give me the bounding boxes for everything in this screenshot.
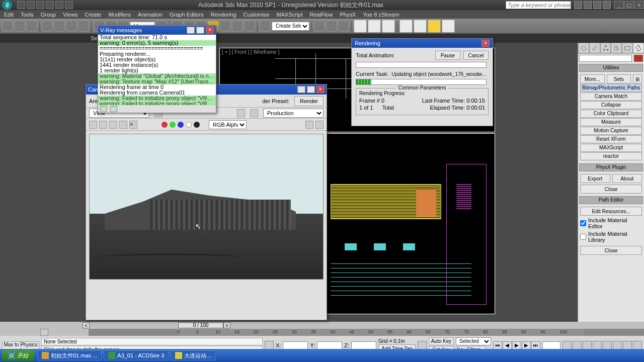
about-button[interactable]: About [612, 174, 642, 183]
layers-icon[interactable] [338, 21, 349, 32]
align-icon[interactable] [326, 21, 337, 32]
next-key-icon[interactable]: ▶ [522, 341, 531, 349]
menu-modifiers[interactable]: Modifiers [108, 12, 131, 18]
current-frame-input[interactable] [542, 341, 560, 349]
play-icon[interactable]: ▶ [512, 341, 521, 349]
percent-snap-icon[interactable] [232, 21, 243, 32]
mono-channel-toggle[interactable] [194, 122, 200, 128]
rendering-titlebar[interactable]: Rendering × [352, 39, 493, 48]
menu-physx[interactable]: PhysX [340, 12, 356, 18]
named-sel-icon[interactable] [260, 21, 271, 32]
rendered-frame-icon[interactable] [414, 20, 427, 33]
close-button[interactable]: × [634, 1, 644, 9]
include-material-editor-check[interactable]: Include Material Editor [580, 217, 642, 229]
help-icon[interactable] [603, 1, 611, 9]
taskbar-item[interactable]: A3_01 - ACDSee 3 [104, 350, 169, 360]
physx-rollout-header[interactable]: PhysX Plugin [579, 163, 643, 171]
trackbar-config-icon[interactable] [40, 329, 48, 336]
qat-redo-icon[interactable] [55, 1, 63, 9]
time-slider[interactable]: 0 / 100 [178, 322, 223, 328]
render-setup-icon[interactable] [399, 20, 413, 33]
minimize-button[interactable]: _ [614, 1, 624, 9]
mirror-icon[interactable] [314, 21, 325, 32]
window-crossing-icon[interactable] [78, 21, 89, 32]
red-channel-toggle[interactable] [162, 122, 168, 128]
modify-tab[interactable] [589, 43, 600, 53]
bind-icon[interactable] [26, 21, 37, 32]
display-tab[interactable] [622, 43, 633, 53]
preset-icon[interactable] [250, 109, 258, 117]
print-image-icon[interactable] [119, 121, 127, 129]
rendering-close-button[interactable]: × [481, 40, 490, 47]
rf-max-button[interactable]: ▢ [307, 86, 315, 93]
search-icon[interactable] [574, 1, 582, 9]
schematic-view-icon[interactable] [368, 20, 381, 33]
prev-frame-icon[interactable]: < [83, 322, 90, 328]
favorites-icon[interactable] [593, 1, 601, 9]
toggle-ui-icon[interactable] [305, 121, 313, 129]
qat-new-icon[interactable] [17, 1, 25, 9]
goto-end-icon[interactable]: ⏭ [531, 341, 540, 349]
goto-start-icon[interactable]: ⏮ [493, 341, 502, 349]
motion-tab[interactable] [611, 43, 622, 53]
vray-titlebar[interactable]: V-Ray messages _ ▢ × [98, 26, 216, 35]
edit-resources-button[interactable]: Edit Resources... [580, 207, 642, 216]
taskbar-item[interactable]: 大连运动... [171, 350, 215, 360]
menu-edit[interactable]: Edit [4, 12, 14, 18]
z-coord-input[interactable] [351, 341, 376, 349]
green-channel-toggle[interactable] [170, 122, 176, 128]
config-button[interactable]: ⊞ [633, 74, 642, 83]
menu-grapheditors[interactable]: Graph Editors [170, 12, 204, 18]
menu-customize[interactable]: Customise [244, 12, 270, 18]
taskbar-item[interactable]: 初始文件01.max ... [37, 350, 102, 360]
toggle-overlay-icon[interactable] [315, 121, 324, 129]
util-item[interactable]: Color Clipboard [580, 110, 642, 118]
menu-tools[interactable]: Tools [21, 12, 34, 18]
sets-button[interactable]: Sets [607, 74, 631, 83]
cancel-button[interactable]: Cancel [463, 51, 489, 60]
x-coord-input[interactable] [283, 341, 308, 349]
close-physx-button[interactable]: Close [580, 185, 642, 194]
app-menu-icon[interactable]: Ƨ [2, 0, 12, 10]
help-search-input[interactable] [506, 1, 571, 9]
menu-maxscript[interactable]: MAXScript [277, 12, 303, 18]
util-item[interactable]: Measure [580, 118, 642, 126]
clone-frame-icon[interactable] [109, 121, 117, 129]
lock-icon[interactable] [237, 109, 245, 117]
include-material-library-check[interactable]: Include Material Library [580, 231, 642, 243]
prev-key-icon[interactable]: ◀ [503, 341, 512, 349]
qat-open-icon[interactable] [27, 1, 35, 9]
menu-rendering[interactable]: Rendering [211, 12, 236, 18]
hierarchy-tab[interactable] [600, 43, 611, 53]
qat-more-icon[interactable] [65, 1, 73, 9]
save-image-icon[interactable] [89, 121, 97, 129]
render-production-icon[interactable] [428, 20, 441, 33]
link-icon[interactable] [2, 21, 13, 32]
curve-editor-icon[interactable] [354, 20, 367, 33]
select-object-icon[interactable] [42, 21, 53, 32]
vray-prev-icon[interactable] [100, 106, 107, 112]
export-button[interactable]: Export [580, 174, 610, 183]
menu-yue[interactable]: Yue 8 zStream [363, 12, 399, 18]
create-tab[interactable] [578, 43, 589, 53]
pause-button[interactable]: Pause [435, 51, 460, 60]
select-region-icon[interactable] [66, 21, 77, 32]
rendered-image[interactable]: ↖ [89, 134, 324, 280]
util-item[interactable]: Bitmap/Photometric Paths [580, 84, 642, 92]
object-name-input[interactable] [579, 55, 632, 62]
angle-snap-icon[interactable] [220, 21, 231, 32]
util-item[interactable]: MAXScript [580, 144, 642, 152]
render-button[interactable]: Render [294, 96, 324, 106]
comm-center-icon[interactable] [584, 1, 592, 9]
vray-max-button[interactable]: ▢ [196, 27, 204, 34]
channel-combo[interactable]: RGB Alpha [209, 120, 247, 129]
copy-image-icon[interactable] [99, 121, 107, 129]
menu-group[interactable]: Group [41, 12, 56, 18]
menu-realflow[interactable]: RealFlow [310, 12, 333, 18]
unlink-icon[interactable] [14, 21, 25, 32]
menu-animation[interactable]: Animation [138, 12, 163, 18]
clear-image-icon[interactable]: × [129, 121, 137, 129]
vray-min-button[interactable]: _ [187, 27, 195, 34]
autokey-button[interactable]: Auto Key [429, 337, 454, 345]
utilities-tab[interactable] [633, 43, 644, 53]
